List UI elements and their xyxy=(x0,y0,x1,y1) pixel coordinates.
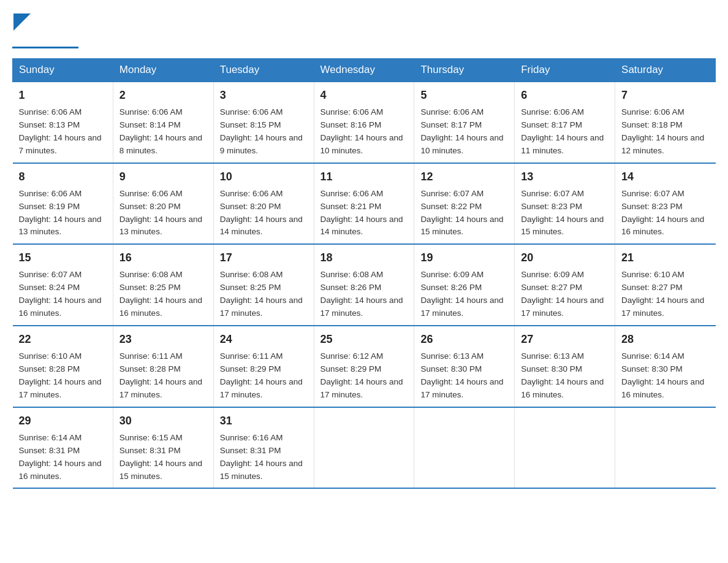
day-number: 7 xyxy=(621,87,709,104)
day-info: Sunrise: 6:07 AMSunset: 8:23 PMDaylight:… xyxy=(621,188,709,239)
day-info: Sunrise: 6:13 AMSunset: 8:30 PMDaylight:… xyxy=(521,350,609,402)
day-number: 13 xyxy=(521,169,609,185)
page-header: General xyxy=(12,12,716,48)
day-info: Sunrise: 6:06 AMSunset: 8:13 PMDaylight:… xyxy=(19,106,107,158)
day-number: 6 xyxy=(521,87,609,104)
calendar-cell: 15Sunrise: 6:07 AMSunset: 8:24 PMDayligh… xyxy=(13,244,113,326)
calendar-cell xyxy=(314,407,414,489)
day-info: Sunrise: 6:12 AMSunset: 8:29 PMDaylight:… xyxy=(320,350,408,402)
day-number: 31 xyxy=(220,413,308,429)
calendar-cell xyxy=(414,407,515,489)
calendar-cell: 23Sunrise: 6:11 AMSunset: 8:28 PMDayligh… xyxy=(113,326,213,407)
calendar-cell: 1Sunrise: 6:06 AMSunset: 8:13 PMDaylight… xyxy=(13,82,113,163)
calendar-cell: 10Sunrise: 6:06 AMSunset: 8:20 PMDayligh… xyxy=(213,163,314,245)
header-saturday: Saturday xyxy=(615,59,716,82)
header-friday: Friday xyxy=(515,59,615,82)
day-info: Sunrise: 6:10 AMSunset: 8:28 PMDaylight:… xyxy=(19,350,107,402)
day-info: Sunrise: 6:11 AMSunset: 8:28 PMDaylight:… xyxy=(119,350,207,402)
day-info: Sunrise: 6:14 AMSunset: 8:30 PMDaylight:… xyxy=(621,350,709,402)
day-number: 16 xyxy=(119,250,207,266)
day-number: 15 xyxy=(19,250,107,266)
header-wednesday: Wednesday xyxy=(314,59,414,82)
day-number: 8 xyxy=(19,169,107,185)
day-info: Sunrise: 6:06 AMSunset: 8:19 PMDaylight:… xyxy=(19,188,107,239)
calendar-cell: 20Sunrise: 6:09 AMSunset: 8:27 PMDayligh… xyxy=(515,244,615,326)
day-number: 12 xyxy=(420,169,508,185)
header-thursday: Thursday xyxy=(414,59,515,82)
header-monday: Monday xyxy=(113,59,213,82)
calendar-cell: 31Sunrise: 6:16 AMSunset: 8:31 PMDayligh… xyxy=(213,407,314,489)
day-number: 9 xyxy=(119,169,207,185)
day-info: Sunrise: 6:06 AMSunset: 8:16 PMDaylight:… xyxy=(320,106,408,158)
day-info: Sunrise: 6:06 AMSunset: 8:20 PMDaylight:… xyxy=(119,188,207,239)
day-number: 3 xyxy=(220,87,308,104)
day-number: 14 xyxy=(621,169,709,185)
day-number: 29 xyxy=(19,413,107,429)
calendar-cell: 2Sunrise: 6:06 AMSunset: 8:14 PMDaylight… xyxy=(113,82,213,163)
calendar-cell: 13Sunrise: 6:07 AMSunset: 8:23 PMDayligh… xyxy=(515,163,615,245)
calendar-cell: 14Sunrise: 6:07 AMSunset: 8:23 PMDayligh… xyxy=(615,163,716,245)
calendar-cell: 5Sunrise: 6:06 AMSunset: 8:17 PMDaylight… xyxy=(414,82,515,163)
day-number: 10 xyxy=(220,169,308,185)
day-info: Sunrise: 6:07 AMSunset: 8:24 PMDaylight:… xyxy=(19,269,107,320)
day-info: Sunrise: 6:07 AMSunset: 8:22 PMDaylight:… xyxy=(420,188,508,239)
day-info: Sunrise: 6:15 AMSunset: 8:31 PMDaylight:… xyxy=(119,432,207,483)
calendar-cell xyxy=(615,407,716,489)
day-info: Sunrise: 6:10 AMSunset: 8:27 PMDaylight:… xyxy=(621,269,709,320)
day-info: Sunrise: 6:09 AMSunset: 8:26 PMDaylight:… xyxy=(420,269,508,320)
calendar-cell: 6Sunrise: 6:06 AMSunset: 8:17 PMDaylight… xyxy=(515,82,615,163)
calendar-cell: 26Sunrise: 6:13 AMSunset: 8:30 PMDayligh… xyxy=(414,326,515,407)
day-info: Sunrise: 6:07 AMSunset: 8:23 PMDaylight:… xyxy=(521,188,609,239)
day-number: 28 xyxy=(621,331,709,348)
calendar-cell: 27Sunrise: 6:13 AMSunset: 8:30 PMDayligh… xyxy=(515,326,615,407)
calendar-cell: 28Sunrise: 6:14 AMSunset: 8:30 PMDayligh… xyxy=(615,326,716,407)
day-info: Sunrise: 6:09 AMSunset: 8:27 PMDaylight:… xyxy=(521,269,609,320)
day-number: 18 xyxy=(320,250,408,266)
day-info: Sunrise: 6:08 AMSunset: 8:25 PMDaylight:… xyxy=(220,269,308,320)
day-number: 23 xyxy=(119,331,207,348)
day-info: Sunrise: 6:08 AMSunset: 8:25 PMDaylight:… xyxy=(119,269,207,320)
calendar-cell: 4Sunrise: 6:06 AMSunset: 8:16 PMDaylight… xyxy=(314,82,414,163)
header-sunday: Sunday xyxy=(13,59,113,82)
calendar-cell: 22Sunrise: 6:10 AMSunset: 8:28 PMDayligh… xyxy=(13,326,113,407)
logo: General xyxy=(12,12,78,48)
calendar-week-row: 1Sunrise: 6:06 AMSunset: 8:13 PMDaylight… xyxy=(13,82,716,163)
day-info: Sunrise: 6:16 AMSunset: 8:31 PMDaylight:… xyxy=(220,432,308,483)
day-number: 11 xyxy=(320,169,408,185)
day-info: Sunrise: 6:06 AMSunset: 8:15 PMDaylight:… xyxy=(220,106,308,158)
day-info: Sunrise: 6:06 AMSunset: 8:17 PMDaylight:… xyxy=(521,106,609,158)
day-info: Sunrise: 6:06 AMSunset: 8:21 PMDaylight:… xyxy=(320,188,408,239)
day-info: Sunrise: 6:11 AMSunset: 8:29 PMDaylight:… xyxy=(220,350,308,402)
calendar-cell: 9Sunrise: 6:06 AMSunset: 8:20 PMDaylight… xyxy=(113,163,213,245)
calendar-cell: 8Sunrise: 6:06 AMSunset: 8:19 PMDaylight… xyxy=(13,163,113,245)
calendar-cell: 17Sunrise: 6:08 AMSunset: 8:25 PMDayligh… xyxy=(213,244,314,326)
calendar-cell: 7Sunrise: 6:06 AMSunset: 8:18 PMDaylight… xyxy=(615,82,716,163)
day-info: Sunrise: 6:06 AMSunset: 8:17 PMDaylight:… xyxy=(420,106,508,158)
calendar-week-row: 29Sunrise: 6:14 AMSunset: 8:31 PMDayligh… xyxy=(13,407,716,489)
calendar-week-row: 15Sunrise: 6:07 AMSunset: 8:24 PMDayligh… xyxy=(13,244,716,326)
calendar-cell: 12Sunrise: 6:07 AMSunset: 8:22 PMDayligh… xyxy=(414,163,515,245)
day-number: 25 xyxy=(320,331,408,348)
day-number: 4 xyxy=(320,87,408,104)
day-number: 19 xyxy=(420,250,508,266)
calendar-cell: 30Sunrise: 6:15 AMSunset: 8:31 PMDayligh… xyxy=(113,407,213,489)
calendar-header-row: SundayMondayTuesdayWednesdayThursdayFrid… xyxy=(13,59,716,82)
calendar-cell: 11Sunrise: 6:06 AMSunset: 8:21 PMDayligh… xyxy=(314,163,414,245)
calendar-cell: 16Sunrise: 6:08 AMSunset: 8:25 PMDayligh… xyxy=(113,244,213,326)
day-number: 20 xyxy=(521,250,609,266)
day-number: 2 xyxy=(119,87,207,104)
day-number: 17 xyxy=(220,250,308,266)
day-number: 5 xyxy=(420,87,508,104)
day-number: 22 xyxy=(19,331,107,348)
day-number: 26 xyxy=(420,331,508,348)
day-number: 21 xyxy=(621,250,709,266)
calendar-cell: 3Sunrise: 6:06 AMSunset: 8:15 PMDaylight… xyxy=(213,82,314,163)
day-info: Sunrise: 6:06 AMSunset: 8:20 PMDaylight:… xyxy=(220,188,308,239)
calendar-cell: 19Sunrise: 6:09 AMSunset: 8:26 PMDayligh… xyxy=(414,244,515,326)
logo-underline xyxy=(12,47,78,48)
day-number: 24 xyxy=(220,331,308,348)
calendar-week-row: 8Sunrise: 6:06 AMSunset: 8:19 PMDaylight… xyxy=(13,163,716,245)
day-info: Sunrise: 6:14 AMSunset: 8:31 PMDaylight:… xyxy=(19,432,107,483)
calendar-cell: 24Sunrise: 6:11 AMSunset: 8:29 PMDayligh… xyxy=(213,326,314,407)
day-info: Sunrise: 6:13 AMSunset: 8:30 PMDaylight:… xyxy=(420,350,508,402)
